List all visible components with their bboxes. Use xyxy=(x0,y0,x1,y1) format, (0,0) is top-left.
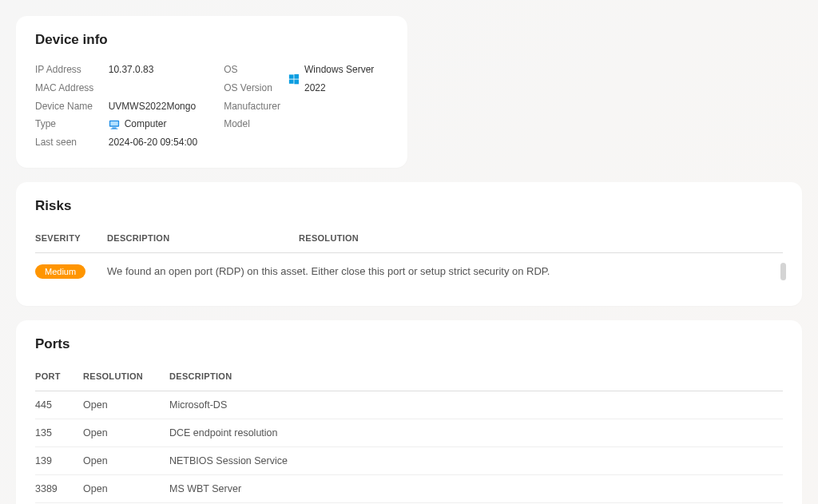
windows-icon xyxy=(288,73,300,85)
label-manufacturer: Manufacturer xyxy=(224,97,282,116)
ports-row[interactable]: 135OpenDCE endpoint resolution xyxy=(35,419,783,447)
label-mac: MAC Address xyxy=(35,79,102,97)
computer-icon xyxy=(109,119,120,130)
device-info-grid: IP Address MAC Address Device Name Type … xyxy=(35,61,388,152)
risks-header-row: SEVERITY DESCRIPTION RESOLUTION xyxy=(35,227,783,253)
ports-cell-description: DCE endpoint resolution xyxy=(169,427,783,439)
risks-header-severity: SEVERITY xyxy=(35,233,107,243)
ports-cell-resolution: Open xyxy=(83,399,169,411)
ports-body: 445OpenMicrosoft-DS135OpenDCE endpoint r… xyxy=(35,391,783,504)
label-name: Device Name xyxy=(35,97,102,116)
ports-cell-resolution: Open xyxy=(83,483,169,494)
risks-header-description: DESCRIPTION xyxy=(107,233,299,243)
value-os-wrap: Windows Server 2022 xyxy=(288,61,388,97)
ports-cell-description: Microsoft-DS xyxy=(169,399,783,411)
ports-row[interactable]: 139OpenNETBIOS Session Service xyxy=(35,447,783,475)
svg-rect-3 xyxy=(110,129,117,129)
scrollbar-thumb[interactable] xyxy=(780,263,786,280)
value-os: Windows Server 2022 xyxy=(304,61,388,97)
ports-cell-port: 3389 xyxy=(35,483,83,494)
ports-row[interactable]: 3389OpenMS WBT Server xyxy=(35,475,783,503)
label-os-version: OS Version xyxy=(224,79,282,97)
svg-rect-7 xyxy=(294,79,299,84)
severity-badge: Medium xyxy=(35,264,85,279)
value-type: Computer xyxy=(125,115,167,133)
label-type: Type xyxy=(35,115,102,133)
ports-row[interactable]: 445OpenMicrosoft-DS xyxy=(35,391,783,419)
risks-row[interactable]: MediumWe found an open port (RDP) on thi… xyxy=(35,253,783,290)
risks-header-resolution: RESOLUTION xyxy=(299,233,783,243)
svg-rect-6 xyxy=(289,79,294,83)
value-last-seen: 2024-06-20 09:54:00 xyxy=(109,133,217,152)
svg-rect-5 xyxy=(294,74,299,79)
label-os: OS xyxy=(224,61,282,79)
ports-cell-port: 139 xyxy=(35,455,83,466)
risks-cell-severity: Medium xyxy=(35,264,107,279)
value-name: UVMWS2022Mongo xyxy=(109,97,217,116)
ports-title: Ports xyxy=(35,336,783,352)
risks-card: Risks SEVERITY DESCRIPTION RESOLUTION Me… xyxy=(16,182,802,306)
ports-header-description: DESCRIPTION xyxy=(169,371,783,381)
risks-cell-text: We found an open port (RDP) on this asse… xyxy=(107,265,783,277)
ports-cell-port: 445 xyxy=(35,399,83,411)
risks-title: Risks xyxy=(35,198,783,214)
device-info-card: Device info IP Address MAC Address Devic… xyxy=(16,16,407,168)
ports-card: Ports PORT RESOLUTION DESCRIPTION 445Ope… xyxy=(16,320,802,504)
svg-rect-2 xyxy=(112,127,116,128)
ports-cell-resolution: Open xyxy=(83,455,169,466)
value-ip: 10.37.0.83 xyxy=(109,61,217,79)
ports-cell-description: MS WBT Server xyxy=(169,483,783,494)
ports-header-row: PORT RESOLUTION DESCRIPTION xyxy=(35,365,783,391)
value-mac xyxy=(109,79,217,97)
ports-cell-port: 135 xyxy=(35,427,83,439)
label-ip: IP Address xyxy=(35,61,102,79)
svg-rect-1 xyxy=(110,121,118,125)
ports-cell-description: NETBIOS Session Service xyxy=(169,455,783,466)
ports-cell-resolution: Open xyxy=(83,427,169,439)
value-type-wrap: Computer xyxy=(109,115,217,133)
label-last-seen: Last seen xyxy=(35,133,102,152)
risks-body: MediumWe found an open port (RDP) on thi… xyxy=(35,253,783,290)
ports-header-resolution: RESOLUTION xyxy=(83,371,169,381)
svg-rect-4 xyxy=(289,74,294,78)
label-model: Model xyxy=(224,115,282,133)
device-info-title: Device info xyxy=(35,32,388,48)
ports-header-port: PORT xyxy=(35,371,83,381)
